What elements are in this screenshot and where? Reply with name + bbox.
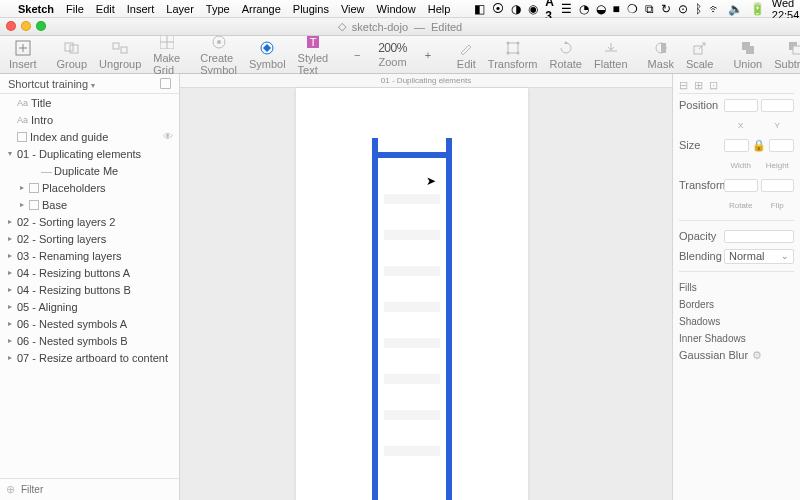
- height-field[interactable]: [769, 139, 794, 152]
- placeholder-shape[interactable]: [384, 446, 440, 456]
- shape-rail-left[interactable]: [372, 138, 378, 500]
- tb-ungroup[interactable]: Ungroup: [94, 39, 146, 70]
- placeholder-shape[interactable]: [384, 410, 440, 420]
- artboard[interactable]: ➤: [296, 88, 528, 500]
- tb-mask[interactable]: Mask: [643, 39, 679, 70]
- tb-flatten[interactable]: Flatten: [589, 39, 633, 70]
- layer-row[interactable]: ▸02 - Sorting layers: [0, 230, 179, 247]
- menu-plugins[interactable]: Plugins: [293, 3, 329, 15]
- svg-point-12: [516, 42, 519, 45]
- width-field[interactable]: [724, 139, 749, 152]
- tb-edit[interactable]: Edit: [452, 39, 481, 70]
- layer-row[interactable]: ▸07 - Resize artboard to content: [0, 349, 179, 366]
- tb-scale[interactable]: Scale: [681, 39, 719, 70]
- flip-field[interactable]: [761, 179, 795, 192]
- tb-symbol[interactable]: Symbol: [244, 39, 291, 70]
- placeholder-shape[interactable]: [384, 230, 440, 240]
- wifi-icon[interactable]: ᯤ: [709, 2, 721, 16]
- battery-icon[interactable]: 🔋: [750, 2, 765, 16]
- layer-row[interactable]: ▸Base: [0, 196, 179, 213]
- tb-zoom-in[interactable]: +: [414, 46, 442, 64]
- inner-shadows-section[interactable]: Inner Shadows: [679, 329, 794, 344]
- rotate-field[interactable]: [724, 179, 758, 192]
- dropbox-icon[interactable]: ⧉: [645, 2, 654, 16]
- status-icon[interactable]: ■: [613, 2, 620, 16]
- menu-insert[interactable]: Insert: [127, 3, 155, 15]
- tb-union[interactable]: Union: [728, 39, 767, 70]
- minimize-button[interactable]: [21, 21, 31, 31]
- placeholder-shape[interactable]: [384, 338, 440, 348]
- status-icon[interactable]: ❍: [627, 2, 638, 16]
- pos-x-field[interactable]: [724, 99, 758, 112]
- layer-row[interactable]: AaTitle: [0, 94, 179, 111]
- layer-row[interactable]: AaIntro: [0, 111, 179, 128]
- status-icon[interactable]: ◒: [596, 2, 606, 16]
- menu-edit[interactable]: Edit: [96, 3, 115, 15]
- placeholder-shape[interactable]: [384, 266, 440, 276]
- shape-duplicate-me[interactable]: [372, 152, 452, 158]
- layer-row[interactable]: ▸04 - Resizing buttons A: [0, 264, 179, 281]
- pages-dropdown[interactable]: Shortcut training: [0, 74, 179, 94]
- status-icon[interactable]: ◧: [474, 2, 485, 16]
- tb-makegrid[interactable]: Make Grid: [148, 33, 185, 76]
- fills-section[interactable]: Fills: [679, 278, 794, 293]
- shape-rail-right[interactable]: [446, 138, 452, 500]
- blur-section[interactable]: Gaussian Blur: [679, 349, 749, 361]
- tb-group[interactable]: Group: [52, 39, 93, 70]
- layer-row[interactable]: ▸05 - Aligning: [0, 298, 179, 315]
- layer-row[interactable]: ▸Placeholders: [0, 179, 179, 196]
- tb-rotate[interactable]: Rotate: [545, 39, 587, 70]
- status-icon[interactable]: ↻: [661, 2, 671, 16]
- tb-zoom-out[interactable]: −: [343, 46, 371, 64]
- borders-section[interactable]: Borders: [679, 295, 794, 310]
- layer-row[interactable]: ▸02 - Sorting layers 2: [0, 213, 179, 230]
- tb-subtract[interactable]: Subtract: [769, 39, 800, 70]
- menu-window[interactable]: Window: [377, 3, 416, 15]
- layer-row[interactable]: —Duplicate Me: [0, 162, 179, 179]
- placeholder-shape[interactable]: [384, 194, 440, 204]
- tb-insert[interactable]: Insert: [4, 39, 42, 70]
- blending-select[interactable]: Normal: [724, 249, 794, 264]
- shadows-section[interactable]: Shadows: [679, 312, 794, 327]
- layer-row[interactable]: Index and guide👁: [0, 128, 179, 145]
- canvas[interactable]: 01 - Duplicating elements ➤: [180, 74, 672, 500]
- status-icon[interactable]: ☰: [561, 2, 572, 16]
- layer-row[interactable]: ▸03 - Renaming layers: [0, 247, 179, 264]
- placeholder-shape[interactable]: [384, 374, 440, 384]
- tb-styledtext[interactable]: TStyled Text: [293, 33, 334, 76]
- opacity-field[interactable]: [724, 230, 794, 243]
- gear-icon[interactable]: ⚙: [752, 349, 762, 362]
- placeholder-shape[interactable]: [384, 302, 440, 312]
- layer-row[interactable]: ▸06 - Nested symbols B: [0, 332, 179, 349]
- align-tab[interactable]: ⊟: [679, 79, 688, 92]
- pos-y-field[interactable]: [761, 99, 795, 112]
- menu-file[interactable]: File: [66, 3, 84, 15]
- close-button[interactable]: [6, 21, 16, 31]
- menu-view[interactable]: View: [341, 3, 365, 15]
- zoom-button[interactable]: [36, 21, 46, 31]
- layer-row[interactable]: ▸06 - Nested symbols A: [0, 315, 179, 332]
- menu-help[interactable]: Help: [428, 3, 451, 15]
- status-icon[interactable]: ◉: [528, 2, 538, 16]
- layer-filter-input[interactable]: [21, 484, 173, 495]
- tb-transform[interactable]: Transform: [483, 39, 543, 70]
- app-name[interactable]: Sketch: [18, 3, 54, 15]
- status-icon[interactable]: ◑: [511, 2, 521, 16]
- menu-arrange[interactable]: Arrange: [242, 3, 281, 15]
- status-icon[interactable]: ◔: [579, 2, 589, 16]
- layer-row[interactable]: ▸04 - Resizing buttons B: [0, 281, 179, 298]
- status-icon[interactable]: ⦿: [492, 2, 504, 16]
- volume-icon[interactable]: 🔈: [728, 2, 743, 16]
- toolbar: Insert Group Ungroup Make Grid Create Sy…: [0, 36, 800, 74]
- tb-zoom-value[interactable]: 200%Zoom: [373, 41, 412, 68]
- layer-row[interactable]: ▾01 - Duplicating elements: [0, 145, 179, 162]
- menu-layer[interactable]: Layer: [166, 3, 194, 15]
- tb-createsymbol[interactable]: Create Symbol: [195, 33, 242, 76]
- status-icon[interactable]: ⊙: [678, 2, 688, 16]
- bluetooth-icon[interactable]: ᛒ: [695, 2, 702, 16]
- artboard-title[interactable]: 01 - Duplicating elements: [180, 74, 672, 88]
- lock-icon[interactable]: 🔒: [752, 139, 766, 152]
- menu-type[interactable]: Type: [206, 3, 230, 15]
- pages-panel-icon[interactable]: [160, 78, 171, 89]
- doc-title[interactable]: sketch-dojo: [352, 21, 408, 33]
